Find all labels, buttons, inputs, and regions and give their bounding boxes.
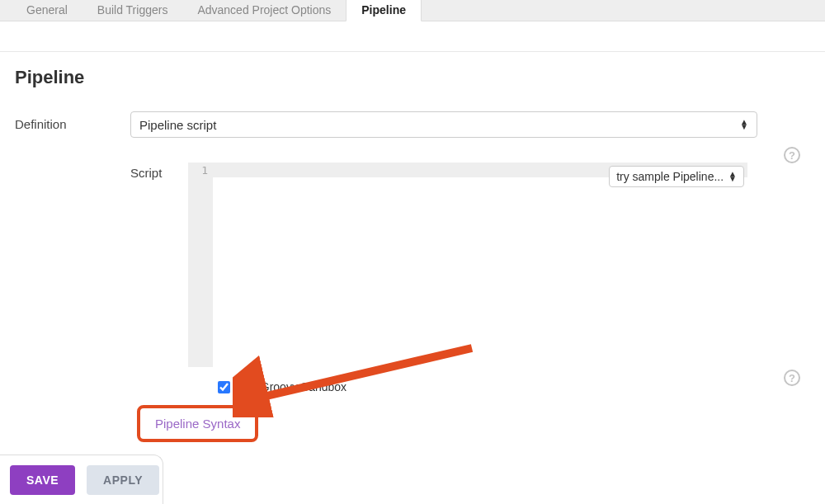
tabs-bar: General Build Triggers Advanced Project … xyxy=(0,0,825,21)
tab-build-triggers[interactable]: Build Triggers xyxy=(82,0,183,21)
tab-advanced-project-options[interactable]: Advanced Project Options xyxy=(182,0,346,21)
apply-button[interactable]: APPLY xyxy=(87,465,159,495)
tab-pipeline[interactable]: Pipeline xyxy=(346,0,422,21)
definition-label: Definition xyxy=(15,111,130,131)
sandbox-label: Use Groovy Sandbox xyxy=(237,380,346,393)
definition-value: Pipeline script xyxy=(139,118,216,132)
save-button[interactable]: SAVE xyxy=(10,465,75,495)
script-editor[interactable]: 1 xyxy=(188,163,747,367)
definition-select[interactable]: Pipeline script ▲▼ xyxy=(130,111,757,138)
script-row: Script 1 try sample Pipeline... ▲▼ xyxy=(130,163,810,367)
sample-pipeline-label: try sample Pipeline... xyxy=(616,170,724,183)
pipeline-syntax-link[interactable]: Pipeline Syntax xyxy=(137,405,258,442)
script-label: Script xyxy=(130,163,188,367)
help-icon[interactable]: ? xyxy=(784,147,800,163)
section-title: Pipeline xyxy=(15,67,810,88)
pipeline-section: Pipeline Definition Pipeline script ▲▼ S… xyxy=(0,51,825,442)
sandbox-checkbox[interactable] xyxy=(218,381,230,393)
select-arrows-icon: ▲▼ xyxy=(728,172,737,181)
tab-general[interactable]: General xyxy=(12,0,82,21)
footer-buttons: SAVE APPLY xyxy=(0,455,163,504)
help-icon[interactable]: ? xyxy=(784,370,800,386)
select-arrows-icon: ▲▼ xyxy=(740,120,748,130)
sample-pipeline-select[interactable]: try sample Pipeline... ▲▼ xyxy=(609,166,744,187)
code-area[interactable] xyxy=(213,163,747,367)
definition-row: Definition Pipeline script ▲▼ xyxy=(15,111,810,138)
line-number: 1 xyxy=(188,164,208,177)
line-gutter: 1 xyxy=(188,163,213,367)
sandbox-row: Use Groovy Sandbox xyxy=(218,380,810,393)
